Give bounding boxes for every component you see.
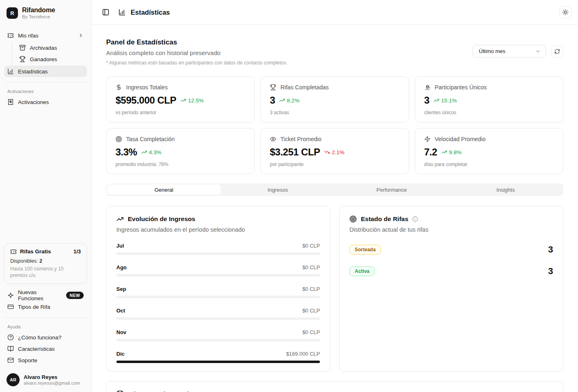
bar-chart-icon [118, 9, 126, 16]
tab-general[interactable]: General [107, 184, 221, 195]
stat-subtext: días para completar [424, 162, 554, 167]
rifas-gratis-title: Rifas Gratis [20, 248, 51, 255]
refresh-icon [554, 49, 560, 54]
card-title: Estado de Rifas [361, 215, 408, 223]
stat-value: $595.000 CLP [116, 95, 176, 106]
sidebar-item-caracteristicas[interactable]: Características [4, 343, 87, 354]
sidebar: R Rifandome By Tecniforce Mis rifas Arch… [0, 0, 91, 392]
bar-chart-icon [7, 68, 14, 75]
info-icon[interactable] [412, 216, 418, 222]
sidebar-item-tipos-de-rifa[interactable]: Tipos de Rifa [4, 301, 87, 312]
stat-value: 3 [270, 95, 275, 106]
month-value: $0 CLP [302, 264, 320, 270]
stat-trend: 8.2% [279, 97, 300, 104]
status-row: Activa 3 [349, 266, 553, 277]
user-profile[interactable]: AR Alvaro Reyes alvaro.reyesss@gmail.com [4, 370, 87, 388]
target-icon [349, 215, 357, 223]
month-value: $0 CLP [302, 329, 320, 335]
panel-subtitle: Análisis completo con historial preserva… [106, 49, 287, 56]
month-value: $169.000 CLP [286, 351, 320, 357]
trophy-icon [270, 84, 276, 91]
evolution-row: Ago$0 CLP [116, 264, 320, 277]
logo-mark: R [7, 7, 18, 19]
progress-track [116, 252, 320, 255]
sidebar-item-label: Características [18, 346, 55, 352]
evolution-row: Jul$0 CLP [116, 243, 320, 255]
new-badge: NEW [66, 292, 84, 299]
stat-subtext: por participante [270, 162, 400, 167]
card-subtitle: Ingresos acumulados en el período selecc… [116, 226, 320, 233]
stat-value: $3.251 CLP [270, 146, 320, 158]
month-label: Nov [116, 329, 127, 335]
main-area: Estadísticas Panel de Estadísticas Análi… [91, 0, 578, 392]
sidebar-item-label: Estadísticas [18, 69, 48, 75]
panel-title: Panel de Estadísticas [106, 38, 287, 47]
tab-performance[interactable]: Performance [335, 184, 449, 195]
stat-value: 7.2 [424, 146, 437, 158]
user-name: Alvaro Reyes [24, 374, 80, 380]
stat-trend: 2.1% [324, 149, 345, 155]
stat-trend: 15.1% [434, 97, 457, 104]
stat-card-ingresos-totales: Ingresos Totales $595.000 CLP 12.5% vs p… [106, 76, 255, 122]
sidebar-toggle-button[interactable] [100, 6, 112, 18]
stat-card-velocidad-promedio: Velocidad Promedio 7.2 9.8% días para co… [415, 128, 563, 174]
tab-insights[interactable]: Insights [449, 184, 562, 195]
stat-value: 3.3% [116, 146, 137, 158]
period-select[interactable]: Último mes [473, 45, 546, 58]
stat-value: 3 [424, 95, 429, 106]
sidebar-item-label: Activaciones [18, 99, 49, 105]
tab-ingresos[interactable]: Ingresos [221, 184, 335, 195]
progress-track [116, 361, 320, 363]
stat-card-rifas-completadas: Rifas Completadas 3 8.2% 3 activas [260, 76, 409, 122]
sidebar-item-activaciones[interactable]: Activaciones [4, 96, 87, 108]
sidebar-item-mis-rifas[interactable]: Mis rifas [4, 30, 87, 41]
sidebar-item-ganadores[interactable]: Ganadores [16, 53, 87, 65]
sparkles-icon [7, 292, 14, 299]
month-label: Oct [116, 308, 125, 314]
stat-subtext: promedio industria: 78% [116, 162, 245, 167]
sidebar-item-estadisticas[interactable]: Estadísticas [4, 66, 87, 77]
month-label: Jul [116, 243, 124, 249]
progress-track [116, 296, 320, 298]
dollar-icon [116, 84, 122, 91]
stat-trend: 12.5% [180, 97, 204, 104]
evolucion-ingresos-card: Evolución de Ingresos Ingresos acumulado… [106, 206, 330, 372]
available-label: Disponibles: [10, 258, 38, 264]
page-title: Estadísticas [131, 9, 170, 16]
month-value: $0 CLP [302, 286, 320, 292]
zap-icon [424, 136, 431, 142]
panel-left-icon [102, 9, 109, 16]
stat-subtext: 3 activas [270, 110, 400, 115]
sun-icon [562, 9, 569, 16]
sidebar-item-archivadas[interactable]: Archivadas [16, 42, 87, 53]
stat-subtext: vs período anterior [116, 110, 245, 115]
ticket-icon [10, 248, 17, 255]
theme-toggle-button[interactable] [559, 6, 571, 18]
archive-icon [19, 44, 26, 51]
help-circle-icon [7, 334, 14, 341]
month-label: Sep [116, 286, 126, 292]
stat-card-tasa-completacion: Tasa Completación 3.3% 4.3% promedio ind… [106, 128, 255, 174]
trending-up-icon [141, 149, 147, 155]
status-badge: Sorteada [349, 245, 381, 255]
topbar: Estadísticas [91, 0, 578, 25]
rifas-gratis-description: Hasta 100 números y 10 premios c/u [10, 266, 81, 279]
evolution-row: Nov$0 CLP [116, 329, 320, 341]
month-value: $0 CLP [302, 308, 320, 314]
refresh-button[interactable] [551, 45, 563, 58]
rifas-gratis-count: 1/3 [73, 248, 81, 255]
sidebar-item-como-funciona[interactable]: ¿Cómo funciona? [4, 332, 87, 343]
sidebar-item-label: Archivadas [30, 45, 57, 51]
sidebar-item-soporte[interactable]: Soporte [4, 354, 87, 366]
sidebar-item-label: Soporte [18, 357, 37, 363]
app-logo: R Rifandome By Tecniforce [4, 6, 87, 20]
sidebar-subnav: Archivadas Ganadores [12, 42, 87, 65]
progress-track [116, 317, 320, 320]
stat-label: Participantes Únicos [435, 84, 487, 91]
stat-card-ticket-promedio: Ticket Promedio $3.251 CLP 2.1% por part… [260, 128, 409, 174]
trending-up-icon [434, 97, 439, 103]
card-subtitle: Distribución actual de tus rifas [349, 226, 553, 233]
sidebar-item-nuevas-funciones[interactable]: Nuevas Funciones NEW [4, 290, 87, 301]
stat-card-participantes-unicos: Participantes Únicos 3 15.1% clientes ún… [415, 76, 563, 122]
ticket-icon [7, 32, 14, 39]
